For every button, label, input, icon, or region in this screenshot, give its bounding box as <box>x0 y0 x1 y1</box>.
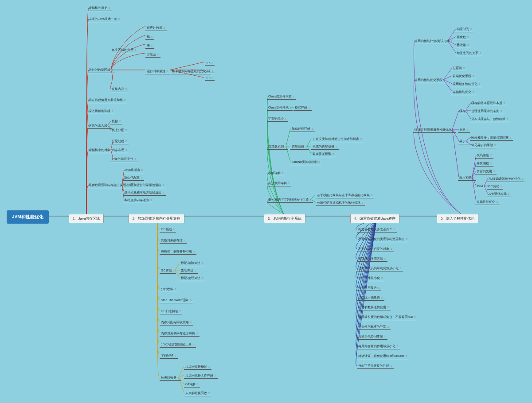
mindmap-node[interactable]: 并发数 <box>455 35 470 40</box>
mindmap-node[interactable]: 基于栈的指令集与基于寄存器的指令集 <box>316 193 374 198</box>
mindmap-node[interactable]: 基于栈的字节码解释执行引擎 <box>267 197 313 203</box>
main-branch-2[interactable]: 2、垃圾回收器和内存分配策略 <box>129 214 184 223</box>
mindmap-node[interactable]: 相互之间的关系 <box>455 50 483 56</box>
mindmap-node[interactable]: 了解MAT <box>160 353 178 359</box>
mindmap-node[interactable]: 虚拟机中的对象 <box>87 147 115 153</box>
mindmap-node[interactable]: 使可变性最小化 <box>357 275 384 281</box>
mindmap-node[interactable]: 当心字符串连接的性能 <box>357 363 394 369</box>
mindmap-node[interactable]: 合理使用缓冲的准则 <box>470 108 504 114</box>
mindmap-node[interactable]: JVM <box>475 184 487 188</box>
mindmap-node[interactable]: 格式详解 <box>293 105 312 111</box>
mindmap-node[interactable]: 站在线程角度来看堆和栈 <box>87 97 127 103</box>
mindmap-node[interactable]: 应用相关 <box>458 175 476 181</box>
mindmap-node[interactable]: GC算法 <box>160 268 176 274</box>
main-branch-1[interactable]: 1、Java内存区域 <box>69 214 104 223</box>
mindmap-node[interactable]: 标记-整理算法 <box>180 275 205 281</box>
mindmap-node[interactable]: 新生代配置 <box>123 175 144 181</box>
mindmap-node[interactable]: Class文件格式 <box>267 105 293 111</box>
mindmap-node[interactable]: JVM调优实战 <box>487 191 511 197</box>
mindmap-node[interactable]: 缓存的基本原理和本质 <box>470 101 507 106</box>
mindmap-node[interactable]: 系统的类加载器 <box>311 144 339 150</box>
mindmap-node[interactable]: 同步和异步，阻塞和非阻塞 <box>470 135 513 141</box>
mindmap-node[interactable]: GC日志解读 <box>160 309 182 314</box>
mindmap-node[interactable]: 常用的性能优化手段 <box>413 78 447 83</box>
root-node[interactable]: JVM和性能优化 <box>7 210 49 224</box>
mindmap-node[interactable]: 接口优于抽象类 <box>357 295 384 301</box>
mindmap-node[interactable]: 返回零长度的数组或集合，不要返回null <box>357 314 417 320</box>
mindmap-node[interactable]: 不需要实例化的类应该构造器私有 <box>357 236 409 242</box>
mindmap-node[interactable]: Class类文件本质 <box>267 94 296 100</box>
mindmap-node[interactable]: 常用的性能评价/测试指标 <box>413 39 454 44</box>
mindmap-node[interactable]: G1详解 <box>184 382 200 388</box>
mindmap-node[interactable]: 对象的访问定位 <box>110 156 138 162</box>
mindmap-node[interactable]: 未来的Java技术一览 <box>87 16 121 22</box>
mindmap-node[interactable]: 优先使用复合 <box>357 285 381 291</box>
mindmap-node[interactable]: 复制算法 <box>180 268 198 274</box>
mindmap-node[interactable]: 存储性能优化 <box>451 89 476 95</box>
mindmap-node[interactable]: 栈帧详解 <box>267 170 285 176</box>
mindmap-node[interactable]: GC调优 <box>487 184 503 190</box>
mindmap-node[interactable]: 精确计算，避免使用float和double <box>357 353 409 359</box>
mindmap-node[interactable]: 垃圾回收器 <box>160 375 181 381</box>
mindmap-node[interactable]: 1.7 <box>205 69 215 73</box>
mindmap-node[interactable]: 并发编程 <box>475 161 493 167</box>
mindmap-node[interactable]: 栈帧 <box>110 119 122 124</box>
mindmap-node[interactable]: 类加载器 <box>290 144 309 150</box>
mindmap-node[interactable]: 加载过程详解 <box>290 126 315 132</box>
mindmap-node[interactable]: 分析代码在虚拟机中的执行情况 <box>316 200 365 206</box>
mindmap-node[interactable]: 栈 <box>145 34 154 40</box>
mindmap-node[interactable]: 缓存 <box>458 108 470 114</box>
mindmap-node[interactable]: GC概述 <box>160 227 176 232</box>
mindmap-node[interactable]: Tomcat类加载机制 <box>290 159 321 165</box>
mindmap-node[interactable]: 构造器参数太多怎么办？ <box>357 227 397 232</box>
mindmap-node[interactable]: 分布式缓存与一致性哈希 <box>470 116 510 122</box>
mindmap-node[interactable]: 将局部变量的作用域最小化 <box>357 344 400 349</box>
mindmap-node[interactable]: 运行时数据区域 <box>87 67 115 73</box>
main-branch-3[interactable]: 3、JVM的执行子系统 <box>264 214 305 223</box>
mindmap-node[interactable]: 总原则 <box>451 66 466 71</box>
mindmap-node[interactable]: 字节码指令 <box>267 116 288 122</box>
mindmap-node[interactable]: 堆 <box>145 43 154 49</box>
mindmap-node[interactable]: 深入辨析堆和栈 <box>87 108 115 114</box>
mindmap-node[interactable]: 吞吐量 <box>455 43 470 48</box>
mindmap-node[interactable]: 直接内存 <box>110 86 129 92</box>
mindmap-node[interactable]: Stop The World现象 <box>160 298 193 303</box>
mindmap-node[interactable]: 代码级别 <box>475 153 493 159</box>
mindmap-node[interactable]: 用枚举代替int常量 <box>357 334 387 340</box>
main-branch-4[interactable]: 4、编写高效优雅Java程序 <box>350 214 399 223</box>
mindmap-node[interactable]: 运行时常量池 <box>145 69 170 74</box>
mindmap-node[interactable]: 应用服务性能优化 <box>451 81 482 87</box>
mindmap-node[interactable]: 各个区域的作用 <box>110 47 138 53</box>
mindmap-node[interactable]: 虚拟机栈和本地方法栈溢出 <box>123 190 166 196</box>
mindmap-node[interactable]: 优先使用标准的异常 <box>357 324 391 330</box>
mindmap-node[interactable]: 响应时间 <box>455 27 473 32</box>
mindmap-node[interactable]: 内存分配与回收策略 <box>160 320 193 326</box>
mindmap-node[interactable]: 前端优化手段 <box>451 74 476 79</box>
mindmap-node[interactable]: 常见异步的手段 <box>470 143 497 148</box>
mindmap-node[interactable]: 垃圾回收器概述 <box>184 364 211 370</box>
mindmap-node[interactable]: 类加载机制 <box>267 144 288 150</box>
mindmap-node[interactable]: 详细了解应用服务性能优化 <box>413 127 456 133</box>
mindmap-node[interactable]: 方法调用详解 <box>267 181 291 186</box>
mindmap-node[interactable]: 1.6 <box>205 61 215 66</box>
mindmap-node[interactable]: 判断对象的存活 <box>160 238 187 244</box>
mindmap-node[interactable]: 异步 <box>458 139 470 144</box>
mindmap-node[interactable]: 可变参数要谨慎使用 <box>357 305 391 310</box>
mindmap-node[interactable]: 堆参数设置和内存溢出实战 <box>87 182 130 188</box>
mindmap-node[interactable]: 避免使用终结方法 <box>357 256 387 262</box>
mindmap-node[interactable]: JDK为我们提供的工具 <box>160 342 196 348</box>
mindmap-node[interactable]: 不要创建不必要的对象 <box>357 246 394 252</box>
mindmap-node[interactable]: 程序计数器 <box>145 25 167 31</box>
mindmap-node[interactable]: 标记-清除算法 <box>180 260 205 266</box>
mindmap-node[interactable]: 双亲委派模型 <box>311 151 336 157</box>
mindmap-node[interactable]: 垃圾回收器工作详解 <box>184 373 218 379</box>
mindmap-node[interactable]: 辨析强、弱等各种引用 <box>160 249 196 255</box>
mindmap-node[interactable]: 集群 <box>458 127 470 133</box>
mindmap-node[interactable]: 本机直接内存溢出 <box>123 198 153 203</box>
mindmap-node[interactable]: 分配过程 <box>110 139 129 144</box>
mindmap-node[interactable]: 存储性能优化 <box>475 199 500 205</box>
mindmap-node[interactable]: 虚拟机的历史 <box>87 5 112 11</box>
mindmap-node[interactable]: 栈上分配 <box>110 128 129 133</box>
mindmap-node[interactable]: 资源的复用 <box>475 169 497 174</box>
mindmap-node[interactable]: 使类和成员的可访问性最小化 <box>357 266 403 271</box>
